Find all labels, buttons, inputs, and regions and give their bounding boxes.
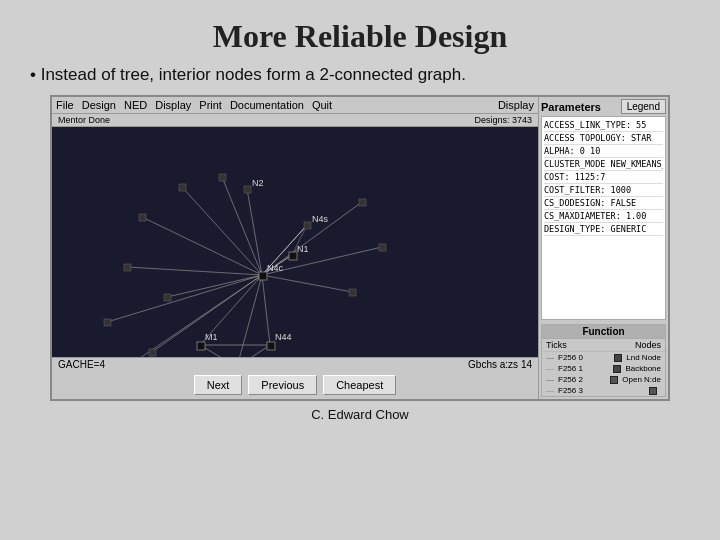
app-right-panel: Parameters Legend ACCESS_LINK_TYPE: 55 A… xyxy=(538,97,668,399)
param-row: COST_FILTER: 1000 xyxy=(544,184,663,197)
function-title: Function xyxy=(542,325,665,339)
button-row: Next Previous Cheapest xyxy=(52,371,538,399)
param-row: ACCESS_LINK_TYPE: 55 xyxy=(544,119,663,132)
right-top-bar: Parameters Legend xyxy=(541,99,666,114)
svg-line-1 xyxy=(127,267,262,275)
menu-print[interactable]: Print xyxy=(199,99,222,111)
svg-rect-23 xyxy=(124,264,131,271)
menu-documentation[interactable]: Documentation xyxy=(230,99,304,111)
slide-title: More Reliable Design xyxy=(213,18,507,55)
svg-line-18 xyxy=(237,345,270,357)
cheapest-button[interactable]: Cheapest xyxy=(323,375,396,395)
menu-quit[interactable]: Quit xyxy=(312,99,332,111)
svg-line-5 xyxy=(247,189,262,275)
function-row-0: — F256 0 Lnd Node xyxy=(542,352,665,363)
svg-rect-36 xyxy=(289,252,297,260)
previous-button[interactable]: Previous xyxy=(248,375,317,395)
legend-button[interactable]: Legend xyxy=(621,99,666,114)
svg-line-3 xyxy=(182,187,262,275)
function-row-3: — F256 3 xyxy=(542,385,665,396)
svg-rect-33 xyxy=(149,349,156,356)
function-row-2: — F256 2 Open N:de xyxy=(542,374,665,385)
credit-text: C. Edward Chow xyxy=(311,407,409,422)
designs-count: Designs: 3743 xyxy=(474,115,532,125)
app-window: File Design NED Display Print Documentat… xyxy=(50,95,670,401)
svg-rect-38 xyxy=(267,342,275,350)
svg-text:N1: N1 xyxy=(297,244,309,254)
svg-rect-32 xyxy=(164,294,171,301)
svg-rect-25 xyxy=(179,184,186,191)
menu-bar: File Design NED Display Print Documentat… xyxy=(52,97,538,114)
svg-rect-30 xyxy=(379,244,386,251)
svg-text:N44: N44 xyxy=(275,332,292,342)
svg-text:N4c: N4c xyxy=(267,263,284,273)
svg-rect-26 xyxy=(219,174,226,181)
svg-rect-37 xyxy=(197,342,205,350)
svg-rect-29 xyxy=(359,199,366,206)
sub-header: Mentor Done Designs: 3743 xyxy=(52,114,538,127)
svg-text:M1: M1 xyxy=(205,332,218,342)
status-bar: GACHE=4 Gbchs a:zs 14 xyxy=(52,357,538,371)
svg-rect-22 xyxy=(139,214,146,221)
svg-line-2 xyxy=(107,275,262,322)
svg-line-9 xyxy=(262,275,352,292)
menu-right-label: Display xyxy=(498,99,534,111)
app-left-panel: File Design NED Display Print Documentat… xyxy=(52,97,538,399)
params-title: Parameters xyxy=(541,101,601,113)
svg-rect-24 xyxy=(104,319,111,326)
bullet-text: • Instead of tree, interior nodes form a… xyxy=(30,65,466,85)
svg-rect-35 xyxy=(259,272,267,280)
function-box: Function Ticks Nodes — F256 0 Lnd Node —… xyxy=(541,324,666,397)
svg-line-4 xyxy=(222,177,262,275)
svg-line-14 xyxy=(262,275,270,345)
next-button[interactable]: Next xyxy=(194,375,243,395)
param-row: CLUSTER_MODE NEW_KMEANS_? xyxy=(544,158,663,171)
param-row: CS_DODESIGN: FALSE xyxy=(544,197,663,210)
function-header: Ticks Nodes xyxy=(542,339,665,352)
param-row: CS_MAXDIAMETER: 1.00 xyxy=(544,210,663,223)
svg-rect-28 xyxy=(304,222,311,229)
menu-file[interactable]: File xyxy=(56,99,74,111)
param-row: COST: 1125:7 xyxy=(544,171,663,184)
svg-text:N4s: N4s xyxy=(312,214,329,224)
graph-svg: N2 N4s N1 N4c M1 N44 xyxy=(52,127,538,357)
param-row: ACCESS TOPOLOGY: STAR xyxy=(544,132,663,145)
svg-line-0 xyxy=(142,217,262,275)
mentor-done-label: Mentor Done xyxy=(58,115,110,125)
svg-rect-27 xyxy=(244,186,251,193)
status-left: GACHE=4 xyxy=(58,359,105,370)
menu-design[interactable]: Design xyxy=(82,99,116,111)
svg-line-17 xyxy=(200,345,237,357)
param-row: ALPHA: 0 10 xyxy=(544,145,663,158)
svg-line-10 xyxy=(167,275,262,297)
menu-display[interactable]: Display xyxy=(155,99,191,111)
status-right: Gbchs a:zs 14 xyxy=(468,359,532,370)
params-box: ACCESS_LINK_TYPE: 55 ACCESS TOPOLOGY: ST… xyxy=(541,116,666,320)
ticks-col-header: Ticks xyxy=(546,340,567,350)
nodes-col-header: Nodes xyxy=(635,340,661,350)
menu-ned[interactable]: NED xyxy=(124,99,147,111)
graph-area: N2 N4s N1 N4c M1 N44 xyxy=(52,127,538,357)
svg-rect-31 xyxy=(349,289,356,296)
svg-text:N2: N2 xyxy=(252,178,264,188)
param-row: DESIGN_TYPE: GENERIC xyxy=(544,223,663,236)
function-row-1: — F256 1 Backbone xyxy=(542,363,665,374)
